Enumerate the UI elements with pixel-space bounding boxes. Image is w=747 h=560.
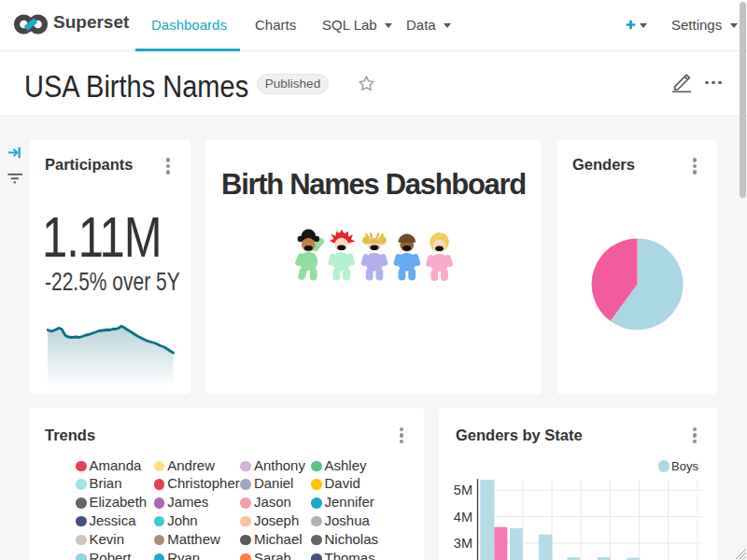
svg-text:4M: 4M <box>454 510 472 525</box>
svg-text:3M: 3M <box>454 536 472 551</box>
svg-text:5M: 5M <box>454 483 472 497</box>
